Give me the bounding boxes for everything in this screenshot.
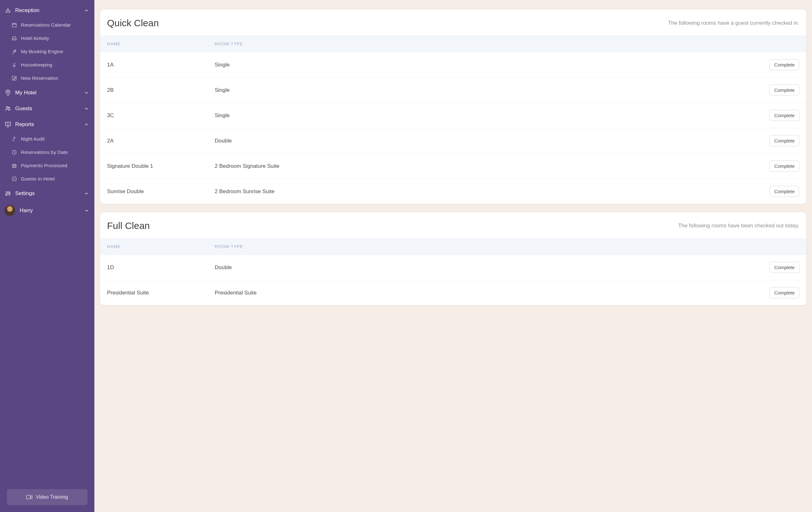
cell-room-type: Single	[215, 87, 755, 93]
table-header: Name Room Type	[100, 35, 806, 52]
nav-header-reception[interactable]: Reception	[0, 3, 94, 18]
cell-name: 2B	[107, 87, 215, 93]
nav-section-reports: Reports Night Audit Reservations by Date	[0, 117, 94, 185]
sidebar-item-hotel-activity[interactable]: Hotel Activity	[0, 32, 94, 45]
chevron-down-icon	[84, 91, 89, 95]
complete-button[interactable]: Complete	[770, 85, 799, 96]
nav-label: My Hotel	[15, 90, 84, 96]
sidebar: Reception Reservations Calendar Hotel Ac…	[0, 0, 94, 512]
nav-label: Reception	[15, 7, 84, 13]
table-row: Signature Double 12 Bedroom Signature Su…	[100, 154, 806, 179]
sidebar-item-label: Hotel Activity	[21, 35, 49, 41]
location-icon	[4, 89, 11, 96]
table-header: Name Room Type	[100, 238, 806, 255]
sidebar-item-reservations-calendar[interactable]: Reservations Calendar	[0, 18, 94, 32]
cell-name: Sunrise Double	[107, 188, 215, 195]
quick-clean-card: Quick Clean The following rooms have a g…	[100, 9, 806, 204]
column-room-type: Room Type	[215, 41, 755, 46]
sidebar-item-night-audit[interactable]: Night Audit	[0, 132, 94, 146]
table-row: 2BSingleComplete	[100, 78, 806, 103]
video-training-label: Video Training	[36, 494, 68, 500]
nav-header-guests[interactable]: Guests	[0, 101, 94, 117]
sidebar-item-new-reservation[interactable]: New Reservation	[0, 71, 94, 85]
nav-header-my-hotel[interactable]: My Hotel	[0, 85, 94, 101]
svg-point-4	[6, 107, 8, 109]
table-row: 1ASingleComplete	[100, 52, 806, 78]
sidebar-item-housekeeping[interactable]: Housekeeping	[0, 58, 94, 71]
sidebar-item-reservations-by-date[interactable]: Reservations by Date	[0, 146, 94, 159]
sidebar-item-label: Housekeeping	[21, 62, 52, 68]
quick-clean-title: Quick Clean	[107, 18, 159, 29]
cell-name: 2A	[107, 138, 215, 144]
clock-icon	[11, 149, 17, 155]
chevron-down-icon	[85, 209, 89, 212]
nav-section-reception: Reception Reservations Calendar Hotel Ac…	[0, 3, 94, 85]
gavel-icon	[11, 136, 17, 142]
sidebar-item-payments-processed[interactable]: Payments Processed	[0, 159, 94, 172]
avatar	[4, 205, 15, 216]
bank-icon	[11, 163, 17, 169]
sidebar-item-booking-engine[interactable]: My Booking Engine	[0, 45, 94, 58]
cell-room-type: 2 Bedroom Sunrise Suite	[215, 188, 755, 195]
bell-icon	[4, 7, 11, 14]
table-row: 2ADoubleComplete	[100, 128, 806, 154]
video-icon	[26, 494, 33, 500]
chevron-up-icon	[84, 122, 89, 127]
edit-icon	[11, 76, 17, 81]
complete-button[interactable]: Complete	[770, 262, 799, 273]
people-icon	[4, 105, 11, 112]
complete-button[interactable]: Complete	[770, 186, 799, 197]
svg-rect-0	[12, 24, 17, 27]
sidebar-item-label: Guests In Hotel	[21, 176, 55, 182]
user-name: Harry	[20, 207, 85, 214]
sidebar-item-label: Reservations by Date	[21, 149, 68, 155]
column-room-type: Room Type	[215, 244, 755, 249]
nav-header-reports[interactable]: Reports	[0, 117, 94, 132]
quick-clean-subtitle: The following rooms have a guest current…	[668, 20, 799, 26]
cell-room-type: Double	[215, 264, 755, 271]
main-content: Quick Clean The following rooms have a g…	[94, 0, 812, 512]
user-menu[interactable]: Harry	[0, 201, 94, 220]
svg-point-11	[9, 193, 10, 194]
chevron-up-icon	[84, 8, 89, 13]
complete-button[interactable]: Complete	[770, 59, 799, 70]
cell-name: Signature Double 1	[107, 163, 215, 170]
svg-point-1	[15, 50, 16, 51]
svg-rect-12	[27, 495, 30, 499]
chevron-down-icon	[84, 107, 89, 111]
svg-rect-8	[12, 177, 17, 181]
sliders-icon	[4, 190, 11, 197]
nav-label: Guests	[15, 106, 84, 112]
svg-point-5	[8, 107, 10, 109]
column-name: Name	[107, 41, 215, 46]
inbox-icon	[11, 35, 17, 41]
table-row: Sunrise Double2 Bedroom Sunrise SuiteCom…	[100, 179, 806, 204]
svg-point-10	[7, 192, 8, 193]
sidebar-item-guests-in-hotel[interactable]: Guests In Hotel	[0, 172, 94, 185]
cell-room-type: Single	[215, 112, 755, 119]
table-row: 3CSingleComplete	[100, 103, 806, 128]
column-name: Name	[107, 244, 215, 249]
complete-button[interactable]: Complete	[770, 287, 799, 298]
sidebar-item-label: Reservations Calendar	[21, 22, 71, 28]
cell-name: Presidential Suite	[107, 290, 215, 296]
complete-button[interactable]: Complete	[770, 135, 799, 146]
chevron-down-icon	[84, 191, 89, 196]
complete-button[interactable]: Complete	[770, 110, 799, 121]
cell-room-type: 2 Bedroom Signature Suite	[215, 163, 755, 170]
cell-room-type: Single	[215, 62, 755, 68]
svg-point-3	[7, 91, 9, 93]
nav-header-settings[interactable]: Settings	[0, 185, 94, 201]
complete-button[interactable]: Complete	[770, 160, 799, 172]
broom-icon	[11, 62, 17, 68]
sidebar-item-label: Payments Processed	[21, 163, 67, 169]
sidebar-item-label: New Reservation	[21, 76, 58, 81]
sidebar-item-label: My Booking Engine	[21, 49, 63, 55]
check-circle-icon	[11, 176, 17, 182]
full-clean-subtitle: The following rooms have been checked ou…	[678, 222, 799, 229]
calendar-icon	[11, 22, 17, 28]
video-training-button[interactable]: Video Training	[7, 489, 87, 505]
table-row: 1DDoubleComplete	[100, 255, 806, 280]
cell-name: 1D	[107, 264, 215, 271]
full-clean-title: Full Clean	[107, 220, 150, 231]
